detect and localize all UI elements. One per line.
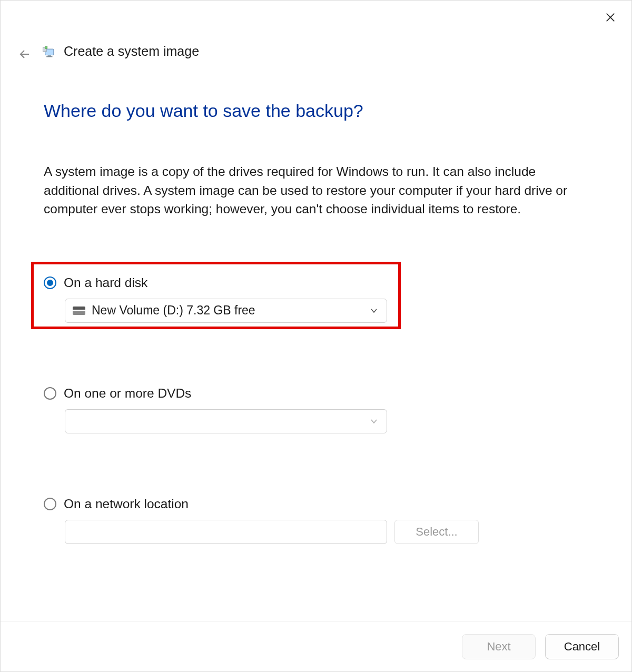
main-heading: Where do you want to save the backup? — [44, 101, 588, 121]
svg-rect-7 — [45, 46, 47, 48]
option-label-dvds: On one or more DVDs — [64, 386, 191, 401]
radio-network[interactable] — [44, 498, 56, 510]
option-hard-disk: On a hard disk New Volume (D:) 7.32 GB f… — [44, 275, 588, 323]
page-title: Create a system image — [64, 44, 199, 59]
radio-hard-disk[interactable] — [44, 276, 56, 289]
select-network-button[interactable]: Select... — [394, 520, 479, 544]
drive-icon — [73, 307, 85, 315]
cancel-button-label: Cancel — [564, 640, 600, 654]
next-button[interactable]: Next — [462, 634, 536, 659]
content-area: Where do you want to save the backup? A … — [44, 101, 588, 544]
option-dvds: On one or more DVDs — [44, 386, 588, 433]
chevron-down-icon — [370, 417, 378, 426]
footer: Next Cancel — [1, 621, 631, 671]
header-row: Create a system image — [42, 44, 199, 59]
textbox-network-path[interactable] — [65, 520, 387, 544]
svg-rect-4 — [48, 55, 52, 56]
dropdown-hard-disk[interactable]: New Volume (D:) 7.32 GB free — [65, 299, 387, 323]
close-icon — [605, 12, 616, 23]
option-label-hard-disk: On a hard disk — [64, 275, 147, 290]
main-description: A system image is a copy of the drives r… — [44, 162, 570, 219]
radio-dvds[interactable] — [44, 387, 56, 400]
back-button[interactable] — [17, 47, 32, 62]
cancel-button[interactable]: Cancel — [545, 634, 619, 659]
system-image-icon — [42, 44, 56, 59]
dropdown-dvds[interactable] — [65, 409, 387, 433]
option-network: On a network location Select... — [44, 497, 588, 544]
svg-rect-5 — [46, 56, 52, 56]
option-label-network: On a network location — [64, 497, 189, 511]
select-network-label: Select... — [416, 525, 457, 539]
close-button[interactable] — [603, 10, 618, 25]
chevron-down-icon — [370, 307, 378, 315]
dialog-window: Create a system image Where do you want … — [0, 0, 632, 672]
next-button-label: Next — [487, 640, 510, 654]
arrow-left-icon — [18, 48, 31, 61]
dropdown-hard-disk-value: New Volume (D:) 7.32 GB free — [92, 303, 255, 318]
